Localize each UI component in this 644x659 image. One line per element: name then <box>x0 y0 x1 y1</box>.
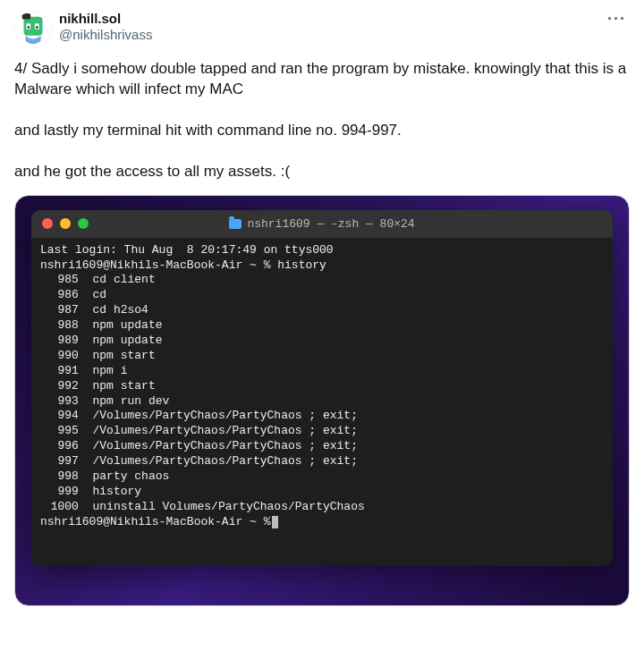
history-command: npm start <box>93 349 156 364</box>
terminal-titlebar: nshri1609 — -zsh — 80×24 <box>31 210 613 238</box>
history-row: 992npm start <box>40 379 604 394</box>
cursor-icon <box>272 516 278 528</box>
history-row: 995/Volumes/PartyChaos/PartyChaos ; exit… <box>40 424 604 439</box>
terminal-last-login: Last login: Thu Aug 8 20:17:49 on ttys00… <box>40 243 604 258</box>
svg-rect-2 <box>22 13 31 20</box>
tweet-media[interactable]: nshri1609 — -zsh — 80×24 Last login: Thu… <box>14 195 630 606</box>
history-number: 985 <box>40 273 79 288</box>
tweet-text: 4/ Sadly i somehow double tapped and ran… <box>14 59 630 182</box>
history-row: 986cd <box>40 288 604 303</box>
history-number: 997 <box>40 454 79 469</box>
fullscreen-icon[interactable] <box>78 218 89 229</box>
history-row: 998party chaos <box>40 469 604 485</box>
history-row: 990npm start <box>40 349 604 364</box>
history-number: 999 <box>40 485 79 500</box>
history-command: /Volumes/PartyChaos/PartyChaos ; exit; <box>93 424 358 439</box>
history-number: 992 <box>40 379 79 394</box>
terminal-window: nshri1609 — -zsh — 80×24 Last login: Thu… <box>31 210 613 566</box>
terminal-prompt-history: nshri1609@Nikhils-MacBook-Air ~ % histor… <box>40 258 604 274</box>
avatar-icon <box>15 11 51 48</box>
history-number: 988 <box>40 318 79 334</box>
history-command: npm start <box>93 379 156 394</box>
history-number: 987 <box>40 303 79 318</box>
history-number: 989 <box>40 334 79 349</box>
history-row: 1000uninstall Volumes/PartyChaos/PartyCh… <box>40 500 604 515</box>
history-row: 994/Volumes/PartyChaos/PartyChaos ; exit… <box>40 409 604 424</box>
history-number: 998 <box>40 469 79 485</box>
history-number: 986 <box>40 288 79 303</box>
history-command: /Volumes/PartyChaos/PartyChaos ; exit; <box>93 439 358 454</box>
history-command: npm i <box>93 364 128 379</box>
history-row: 996/Volumes/PartyChaos/PartyChaos ; exit… <box>40 439 604 454</box>
history-command: cd <box>93 288 107 303</box>
history-command: party chaos <box>93 469 170 485</box>
history-command: uninstall Volumes/PartyChaos/PartyChaos <box>93 500 365 515</box>
history-command: npm run dev <box>93 394 170 410</box>
history-row: 993npm run dev <box>40 394 604 410</box>
history-row: 988npm update <box>40 318 604 334</box>
history-command: npm update <box>93 334 163 349</box>
window-controls <box>42 218 89 229</box>
history-number: 993 <box>40 394 79 410</box>
history-number: 994 <box>40 409 79 424</box>
history-row: 991npm i <box>40 364 604 379</box>
terminal-title: nshri1609 — -zsh — 80×24 <box>42 217 602 231</box>
history-row: 987cd h2so4 <box>40 303 604 318</box>
more-button[interactable]: ··· <box>604 11 630 27</box>
author-name-block: nikhill.sol @nikhilshrivass <box>59 11 597 43</box>
close-icon[interactable] <box>42 218 53 229</box>
history-command: /Volumes/PartyChaos/PartyChaos ; exit; <box>93 409 358 424</box>
history-row: 997/Volumes/PartyChaos/PartyChaos ; exit… <box>40 454 604 469</box>
history-row: 985cd client <box>40 273 604 288</box>
history-row: 989npm update <box>40 334 604 349</box>
folder-icon <box>229 219 242 229</box>
history-number: 990 <box>40 349 79 364</box>
minimize-icon[interactable] <box>60 218 71 229</box>
handle[interactable]: @nikhilshrivass <box>59 27 597 43</box>
avatar[interactable] <box>14 11 52 48</box>
terminal-prompt-current: nshri1609@Nikhils-MacBook-Air ~ % <box>40 515 604 530</box>
history-command: cd client <box>93 273 156 288</box>
svg-rect-6 <box>36 26 38 29</box>
terminal-prompt-text: nshri1609@Nikhils-MacBook-Air ~ % <box>40 515 270 530</box>
history-command: cd h2so4 <box>93 303 148 318</box>
history-number: 995 <box>40 424 79 439</box>
history-number: 1000 <box>40 500 79 515</box>
display-name[interactable]: nikhill.sol <box>59 11 597 27</box>
history-row: 999history <box>40 485 604 500</box>
history-command: npm update <box>93 318 163 334</box>
history-number: 996 <box>40 439 79 454</box>
terminal-title-text: nshri1609 — -zsh — 80×24 <box>247 217 414 231</box>
history-command: history <box>93 485 142 500</box>
svg-rect-5 <box>28 26 30 29</box>
tweet-header: nikhill.sol @nikhilshrivass ··· <box>14 11 630 48</box>
terminal-body: Last login: Thu Aug 8 20:17:49 on ttys00… <box>31 238 613 566</box>
history-number: 991 <box>40 364 79 379</box>
history-command: /Volumes/PartyChaos/PartyChaos ; exit; <box>93 454 358 469</box>
